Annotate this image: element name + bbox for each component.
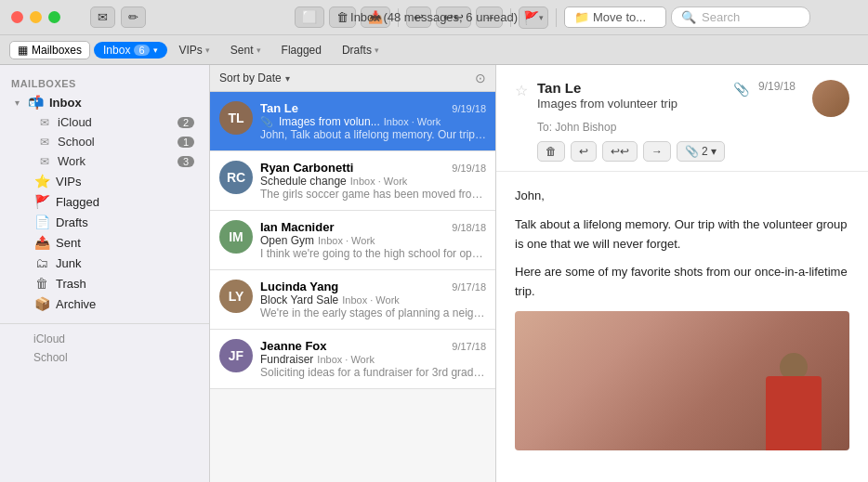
message-tags: Inbox · Work: [317, 354, 375, 365]
search-box[interactable]: 🔍 Search: [671, 7, 810, 28]
tabbar: ▦ Mailboxes Inbox 6 ▾ VIPs ▾ Sent ▾ Flag…: [0, 35, 868, 65]
message-tags: Inbox · Work: [318, 235, 375, 246]
figure-body: [766, 376, 822, 450]
tab-drafts[interactable]: Drafts ▾: [334, 41, 388, 59]
message-item[interactable]: IMIan Macnider9/18/18Open GymInbox · Wor…: [210, 211, 495, 270]
sidebar-bottom-section: iCloud School: [0, 323, 209, 367]
tab-mailboxes[interactable]: ▦ Mailboxes: [9, 41, 90, 59]
sidebar-item-sent[interactable]: 📤 Sent: [4, 232, 205, 253]
message-subject: Block Yard SaleInbox · Work: [260, 293, 486, 306]
close-button[interactable]: [11, 11, 23, 23]
message-date: 9/17/18: [452, 281, 486, 293]
search-icon: 🔍: [681, 10, 696, 24]
message-tags: Inbox · Work: [384, 116, 441, 127]
archive-toolbar-button[interactable]: ⬜: [295, 7, 324, 28]
message-date: 9/19/18: [452, 103, 486, 114]
message-preview: John, Talk about a lifelong memory. Our …: [260, 128, 486, 141]
email-sender: Tan Le: [537, 80, 724, 96]
paperclip-icon: 📎: [685, 145, 699, 158]
sidebar-item-inbox[interactable]: ▾ 📬 Inbox: [4, 92, 205, 112]
attachment-clip-icon: 📎: [260, 116, 273, 128]
sent-icon: 📤: [33, 235, 50, 250]
sort-button[interactable]: Sort by Date ▾: [219, 72, 290, 85]
sidebar-item-school2[interactable]: School: [4, 348, 205, 367]
toolbar-divider3: [556, 8, 557, 27]
email-subject: Images from volunteer trip: [537, 97, 724, 111]
email-actions: 🗑 ↩ ↩↩ → 📎 2 ▾: [515, 141, 849, 162]
avatar: LY: [219, 280, 253, 313]
avatar: [812, 80, 849, 117]
sidebar-item-junk[interactable]: 🗂 Junk: [4, 253, 205, 273]
avatar: IM: [219, 220, 253, 254]
message-list-header: Sort by Date ▾ ⊙: [210, 65, 495, 92]
message-date: 9/19/18: [452, 163, 486, 174]
work-icon: ✉: [37, 155, 52, 168]
message-item[interactable]: RCRyan Carbonetti9/19/18Schedule changeI…: [210, 151, 495, 211]
message-preview: We're in the early stages of planning a …: [260, 306, 486, 319]
inbox-chevron-icon: ▾: [153, 46, 158, 55]
message-item[interactable]: LYLucinda Yang9/17/18Block Yard SaleInbo…: [210, 270, 495, 330]
inbox-icon: 📬: [27, 95, 44, 110]
message-subject: Schedule changeInbox · Work: [260, 175, 486, 188]
sidebar-item-drafts[interactable]: 📄 Drafts: [4, 212, 205, 232]
minimize-button[interactable]: [30, 11, 42, 23]
email-forward-button[interactable]: →: [643, 141, 671, 162]
sidebar: Mailboxes ▾ 📬 Inbox ✉ iCloud 2 ✉ School …: [0, 65, 210, 482]
flag-button[interactable]: 🚩 ▾: [519, 7, 548, 29]
message-date: 9/17/18: [452, 341, 486, 352]
email-attachment-button[interactable]: 📎 2 ▾: [677, 141, 725, 162]
sent-chevron-icon: ▾: [256, 46, 261, 55]
filter-icon[interactable]: ⊙: [475, 71, 486, 85]
sidebar-item-flagged[interactable]: 🚩 Flagged: [4, 191, 205, 212]
titlebar-title: Inbox (48 messages, 6 unread): [350, 10, 518, 24]
titlebar: ✉ ✏ Inbox (48 messages, 6 unread) ⬜ 🗑 📥 …: [0, 0, 868, 35]
reply-all-icon: ↩↩: [611, 145, 629, 158]
tab-vips[interactable]: VIPs ▾: [171, 41, 218, 59]
message-item[interactable]: JFJeanne Fox9/17/18FundraiserInbox · Wor…: [210, 330, 495, 389]
sidebar-item-work[interactable]: ✉ Work 3: [4, 151, 205, 171]
email-reply-all-button[interactable]: ↩↩: [602, 141, 638, 162]
email-greeting: John,: [515, 187, 849, 206]
message-item[interactable]: TLTan Le9/19/18📎Images from volun...Inbo…: [210, 92, 495, 151]
reply-icon: ↩: [579, 145, 588, 158]
tab-sent[interactable]: Sent ▾: [222, 41, 270, 59]
compose-button[interactable]: ✉: [90, 7, 115, 28]
sidebar-item-school[interactable]: ✉ School 1: [4, 132, 205, 151]
compose-new-button[interactable]: ✏: [121, 7, 146, 28]
email-title-block: Tan Le Images from volunteer trip: [537, 80, 724, 111]
email-image: [515, 311, 849, 450]
star-button[interactable]: ☆: [515, 82, 528, 99]
drafts-chevron-icon: ▾: [375, 46, 379, 55]
sidebar-item-trash[interactable]: 🗑 Trash: [4, 273, 205, 293]
tab-flagged[interactable]: Flagged: [273, 41, 330, 59]
message-subject: Open GymInbox · Work: [260, 234, 486, 247]
move-to-button[interactable]: 📁 Move to...: [564, 7, 666, 28]
titlebar-tools: ✉ ✏: [90, 7, 146, 28]
sidebar-icon: ▦: [18, 44, 28, 57]
sidebar-item-vips[interactable]: ⭐ VIPs: [4, 171, 205, 191]
tab-inbox[interactable]: Inbox 6 ▾: [94, 42, 166, 59]
image-figure: [756, 330, 831, 450]
sidebar-item-icloud2[interactable]: iCloud: [4, 330, 205, 348]
maximize-button[interactable]: [48, 11, 60, 23]
avatar: TL: [219, 101, 253, 135]
message-date: 9/18/18: [452, 222, 486, 233]
folder-icon: 📁: [574, 10, 589, 24]
message-tags: Inbox · Work: [350, 176, 408, 187]
sidebar-item-icloud[interactable]: ✉ iCloud 2: [4, 112, 205, 132]
sidebar-item-archive[interactable]: 📦 Archive: [4, 293, 205, 314]
delete-icon: 🗑: [546, 145, 557, 158]
message-sender: Tan Le: [260, 101, 446, 115]
trash-folder-icon: 🗑: [33, 276, 50, 291]
flag-chevron-icon: ▾: [539, 13, 544, 22]
email-date: 9/19/18: [758, 80, 796, 93]
avatar: RC: [219, 161, 253, 194]
forward-icon: →: [651, 145, 663, 158]
email-reply-button[interactable]: ↩: [571, 141, 597, 162]
window-controls: [11, 11, 60, 23]
email-delete-button[interactable]: 🗑: [537, 141, 565, 162]
email-to: To: John Bishop: [515, 121, 849, 134]
message-content: Ian Macnider9/18/18Open GymInbox · WorkI…: [260, 220, 486, 260]
message-subject: 📎Images from volun...Inbox · Work: [260, 115, 486, 128]
drafts-icon: 📄: [33, 215, 50, 229]
